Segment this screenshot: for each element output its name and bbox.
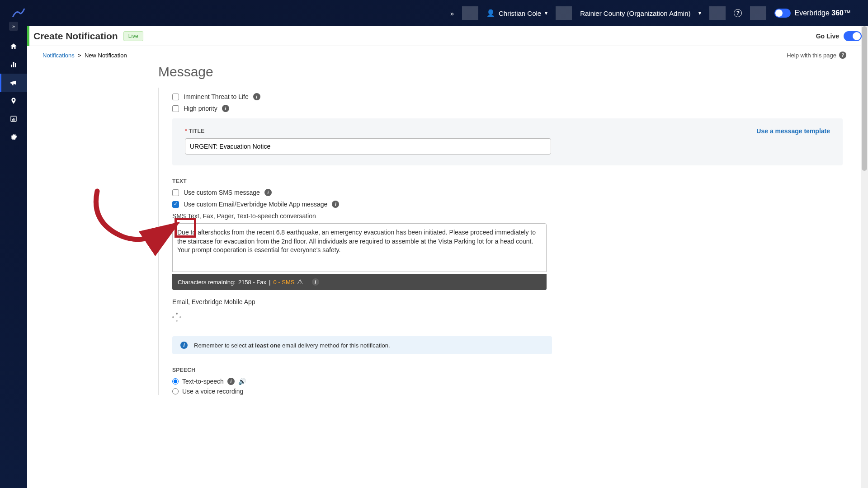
info-icon[interactable]: i bbox=[312, 278, 319, 286]
brand-toggle[interactable]: Everbridge 360™ bbox=[766, 9, 859, 18]
voice-radio[interactable] bbox=[172, 388, 179, 394]
message-body-input[interactable] bbox=[172, 223, 547, 272]
info-icon[interactable]: i bbox=[253, 93, 260, 100]
email-target-label: Email, Everbridge Mobile App bbox=[172, 298, 843, 305]
use-template-link[interactable]: Use a message template bbox=[756, 127, 830, 135]
nav-home[interactable] bbox=[0, 38, 27, 56]
custom-email-label: Use custom Email/Everbridge Mobile App m… bbox=[184, 201, 327, 208]
building-icon bbox=[9, 61, 18, 69]
nav-incidents[interactable] bbox=[0, 56, 27, 74]
custom-sms-checkbox[interactable] bbox=[172, 189, 179, 196]
nav-expand-button[interactable]: » bbox=[9, 22, 18, 31]
tts-label: Text-to-speech bbox=[182, 378, 224, 385]
warning-icon: ⚠ bbox=[297, 278, 303, 286]
custom-email-checkbox[interactable] bbox=[172, 201, 179, 208]
live-badge: Live bbox=[123, 31, 143, 41]
toggle-switch[interactable] bbox=[774, 9, 791, 18]
megaphone-icon bbox=[9, 79, 18, 87]
chevron-down-icon: ▾ bbox=[545, 10, 547, 16]
chart-icon bbox=[10, 115, 17, 122]
info-icon[interactable]: i bbox=[264, 189, 272, 196]
help-button[interactable]: ? bbox=[726, 9, 750, 17]
expand-top-icon[interactable]: » bbox=[442, 9, 462, 17]
brand-label: Everbridge 360™ bbox=[794, 9, 851, 17]
svg-rect-2 bbox=[13, 118, 14, 121]
user-icon: 👤 bbox=[486, 9, 495, 17]
user-name: Christian Cole bbox=[499, 9, 541, 17]
org-menu[interactable]: Rainier County (Organization Admin) ▾ bbox=[572, 9, 709, 17]
tts-radio[interactable] bbox=[172, 378, 179, 385]
info-icon[interactable]: i bbox=[222, 105, 229, 112]
priority-checkbox[interactable] bbox=[172, 105, 179, 112]
page-title: Create Notification bbox=[33, 31, 118, 42]
user-menu[interactable]: 👤 Christian Cole ▾ bbox=[478, 9, 556, 17]
svg-rect-3 bbox=[14, 118, 15, 121]
info-icon: i bbox=[180, 342, 188, 349]
scrollbar-thumb[interactable] bbox=[862, 26, 867, 171]
nav-settings[interactable] bbox=[0, 128, 27, 146]
help-page-link[interactable]: Help with this page ? bbox=[787, 52, 846, 59]
help-icon: ? bbox=[734, 9, 742, 17]
loading-spinner bbox=[172, 313, 181, 322]
nav-map[interactable] bbox=[0, 92, 27, 110]
custom-sms-label: Use custom SMS message bbox=[184, 189, 260, 196]
imminent-checkbox[interactable] bbox=[172, 94, 179, 100]
nav-notifications[interactable] bbox=[0, 74, 27, 92]
info-icon[interactable]: i bbox=[332, 201, 339, 208]
golive-toggle[interactable] bbox=[844, 31, 862, 41]
breadcrumb-current: New Notification bbox=[85, 52, 127, 59]
gear-icon bbox=[10, 133, 17, 141]
breadcrumb: Notifications > New Notification Help wi… bbox=[27, 46, 861, 64]
section-heading: Message bbox=[158, 64, 843, 80]
org-name: Rainier County (Organization Admin) bbox=[580, 9, 690, 17]
speaker-icon[interactable]: 🔊 bbox=[238, 378, 246, 385]
info-icon[interactable]: i bbox=[227, 378, 235, 385]
nav-reports[interactable] bbox=[0, 110, 27, 128]
chevron-down-icon: ▾ bbox=[698, 10, 701, 16]
help-text: Help with this page bbox=[787, 52, 836, 59]
title-input[interactable] bbox=[185, 138, 551, 155]
voice-label: Use a voice recording bbox=[182, 388, 243, 395]
char-counter: Characters remaining: 2158 - Fax | 0 - S… bbox=[172, 274, 547, 290]
speech-section-label: SPEECH bbox=[172, 367, 843, 373]
scrollbar[interactable] bbox=[861, 26, 868, 488]
breadcrumb-sep: > bbox=[78, 52, 81, 59]
logo bbox=[11, 6, 25, 20]
sms-target-label: SMS Text, Fax, Pager, Text-to-speech con… bbox=[172, 212, 843, 220]
left-nav: » bbox=[0, 26, 27, 488]
pin-icon bbox=[10, 96, 17, 105]
home-icon bbox=[9, 42, 18, 51]
status-stripe bbox=[27, 26, 29, 46]
priority-label: High priority bbox=[184, 105, 217, 112]
breadcrumb-parent[interactable]: Notifications bbox=[42, 52, 75, 59]
info-banner: i Remember to select at least one email … bbox=[172, 336, 552, 354]
imminent-label: Imminent Threat to Life bbox=[184, 93, 249, 100]
svg-rect-1 bbox=[12, 119, 13, 121]
title-label: TITLE bbox=[189, 128, 205, 134]
golive-label: Go Live bbox=[816, 33, 839, 40]
help-icon: ? bbox=[839, 52, 846, 59]
text-section-label: TEXT bbox=[172, 178, 843, 184]
